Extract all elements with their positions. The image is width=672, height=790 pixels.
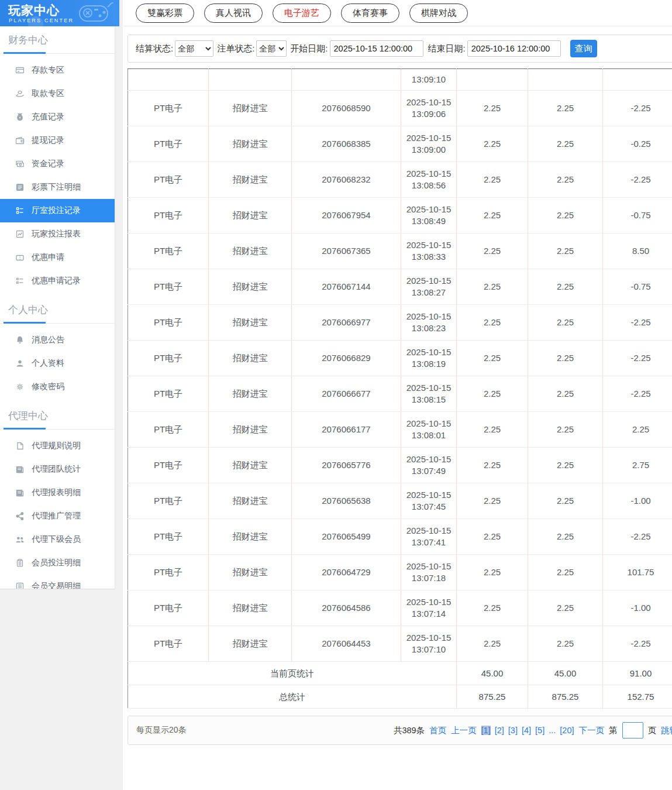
hand-coin-icon: [15, 89, 25, 98]
page-summary-winloss: 91.00: [603, 662, 672, 685]
page-link-20[interactable]: [20]: [560, 726, 574, 735]
sidebar-item-label: 个人资料: [32, 358, 64, 369]
sidebar-item-label: 会员交易明细: [32, 581, 81, 589]
game-cell: 招财进宝: [209, 519, 292, 555]
sidebar-item-label: 优惠申请: [32, 252, 64, 263]
sidebar-item-个人资料[interactable]: 个人资料: [0, 352, 115, 375]
tab-电子游艺[interactable]: 电子游艺: [273, 4, 331, 23]
sidebar-item-优惠申请记录[interactable]: 优惠申请记录: [0, 269, 115, 293]
table-row: PT电子招财进宝20760683852025-10-1513:09:002.25…: [128, 126, 672, 162]
winloss-cell: -2.25: [603, 162, 672, 198]
tab-棋牌对战[interactable]: 棋牌对战: [409, 4, 468, 23]
page-link-2[interactable]: [2]: [495, 726, 504, 735]
page-link-4[interactable]: [4]: [522, 726, 531, 735]
bet-cell: 2.25: [457, 519, 528, 555]
tab-真人视讯[interactable]: 真人视讯: [204, 4, 263, 23]
gear-icon: [15, 382, 25, 391]
winloss-cell: 101.75: [603, 555, 672, 590]
per-page-label: 每页显示20条: [136, 725, 187, 736]
table-row: PT电子招财进宝20760671442025-10-1513:08:272.25…: [128, 269, 672, 305]
platform-cell: PT电子: [128, 269, 209, 305]
settle-status-select[interactable]: 全部: [175, 40, 213, 57]
page-jump-input[interactable]: [622, 722, 643, 739]
pagination-bar: 每页显示20条 共389条 首页 上一页 [1][2][3][4][5]...[…: [127, 716, 672, 745]
platform-cell: PT电子: [128, 590, 209, 626]
sidebar-item-代理规则说明[interactable]: 代理规则说明: [0, 434, 115, 458]
pagination-next[interactable]: 下一页: [579, 725, 605, 736]
sidebar-item-修改密码[interactable]: 修改密码: [0, 375, 115, 399]
page-link-1[interactable]: [1]: [481, 726, 491, 735]
order-cell: 2076064586: [292, 590, 401, 626]
sidebar-item-彩票下注明细[interactable]: 彩票下注明细: [0, 176, 115, 199]
logo: 玩家中心 PLAYERS CENTER: [0, 0, 119, 26]
order-cell: 2076064729: [292, 555, 401, 590]
sidebar-item-代理团队统计[interactable]: 代理团队统计: [0, 458, 115, 481]
order-status-label: 注单状态:: [217, 43, 254, 54]
total-summary-bet: 875.25: [457, 685, 528, 709]
sidebar-item-充值记录[interactable]: 充值记录: [0, 105, 115, 129]
bet-cell: 2.25: [457, 198, 528, 233]
sidebar-nav-panel: 财务中心 存款专区 取款专区 充值记录 提现记录 资金记录 彩票下注明细 厅室投…: [0, 26, 115, 589]
order-status-select[interactable]: 全部: [256, 40, 287, 57]
sidebar-item-优惠申请[interactable]: 优惠申请: [0, 246, 115, 269]
pagination-prev[interactable]: 上一页: [451, 725, 477, 736]
sidebar-item-代理报表明细[interactable]: 代理报表明细: [0, 481, 115, 504]
page-link-3[interactable]: [3]: [508, 726, 518, 735]
pager: 共389条 首页 上一页 [1][2][3][4][5]...[20] 下一页 …: [394, 722, 672, 739]
bet-cell: 2.25: [457, 376, 528, 412]
sidebar-item-提现记录[interactable]: 提现记录: [0, 129, 115, 152]
sidebar-item-label: 玩家投注报表: [32, 229, 81, 239]
sidebar-item-label: 修改密码: [32, 382, 64, 392]
file-icon: [15, 441, 25, 451]
valid-bet-cell: 2.25: [528, 412, 603, 448]
players-center-page: 玩家中心 PLAYERS CENTER 财务中心 存款专区: [0, 0, 672, 790]
pagination-first[interactable]: 首页: [429, 725, 446, 736]
sidebar-item-会员投注明细[interactable]: 会员投注明细: [0, 551, 115, 575]
sidebar-item-资金记录[interactable]: 资金记录: [0, 152, 115, 176]
sidebar-item-消息公告[interactable]: 消息公告: [0, 328, 115, 352]
sidebar-item-厅室投注记录[interactable]: 厅室投注记录 ›: [0, 199, 115, 222]
sidebar-item-label: 代理团队统计: [32, 464, 81, 475]
time-cell: 2025-10-1513:07:49: [401, 448, 457, 483]
bet-cell: 2.25: [457, 341, 528, 376]
table-row: PT电子招财进宝20760682322025-10-1513:08:562.25…: [128, 162, 672, 198]
sidebar-item-取款专区[interactable]: 取款专区: [0, 82, 115, 105]
pagination-jump-link[interactable]: 跳转: [661, 725, 672, 736]
order-cell: 2076068590: [292, 91, 401, 126]
platform-cell: PT电子: [128, 126, 209, 162]
valid-bet-cell: 2.25: [528, 305, 603, 341]
share-icon: [15, 511, 25, 521]
valid-bet-cell: 2.25: [528, 448, 603, 483]
platform-cell: PT电子: [128, 91, 209, 126]
sidebar-section-title: 代理中心: [0, 402, 115, 427]
game-cell: 招财进宝: [209, 198, 292, 233]
page-summary-row: 当前页统计 45.00 45.00 91.00: [128, 662, 672, 685]
game-cell: 招财进宝: [209, 305, 292, 341]
valid-bet-cell: 2.25: [528, 269, 603, 305]
start-date-input[interactable]: [330, 40, 423, 57]
sidebar-item-会员交易明细[interactable]: 会员交易明细: [0, 575, 115, 589]
order-cell: 2076065638: [292, 483, 401, 519]
sidebar-item-label: 会员投注明细: [32, 558, 81, 568]
page-number-list: [1][2][3][4][5]...[20]: [481, 726, 574, 735]
search-button[interactable]: 查询: [570, 40, 597, 57]
time-cell: 2025-10-1513:08:15: [401, 376, 457, 412]
sidebar-item-代理下级会员[interactable]: 代理下级会员: [0, 528, 115, 551]
sidebar-item-玩家投注报表[interactable]: 玩家投注报表: [0, 222, 115, 246]
tab-体育赛事[interactable]: 体育赛事: [341, 4, 399, 23]
sidebar-item-label: 代理下级会员: [32, 534, 81, 545]
tab-雙赢彩票[interactable]: 雙赢彩票: [136, 4, 194, 23]
sidebar-item-代理推广管理[interactable]: 代理推广管理: [0, 504, 115, 528]
settle-status-label: 结算状态:: [136, 43, 173, 54]
valid-bet-cell: 2.25: [528, 590, 603, 626]
order-cell: 2076066177: [292, 412, 401, 448]
end-date-input[interactable]: [467, 40, 561, 57]
bet-cell: 2.25: [457, 626, 528, 662]
page-link-5[interactable]: [5]: [535, 726, 545, 735]
platform-cell: PT电子: [128, 233, 209, 269]
sidebar-item-存款专区[interactable]: 存款专区: [0, 59, 115, 82]
platform-cell: PT电子: [128, 162, 209, 198]
order-cell: 2076067365: [292, 233, 401, 269]
chart-icon: [15, 229, 25, 239]
news-icon: [15, 465, 25, 474]
